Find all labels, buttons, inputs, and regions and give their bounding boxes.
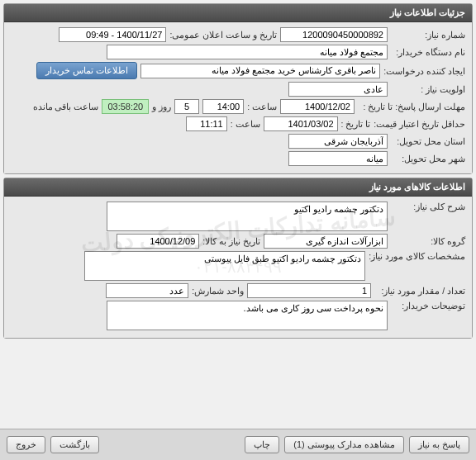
contact-info-button[interactable]: اطلاعات تماس خریدار (36, 62, 137, 79)
unit-label: واحد شمارش: (192, 286, 244, 296)
deadline-time-field[interactable] (202, 99, 244, 114)
buyer-label: نام دستگاه خریدار: (391, 47, 465, 57)
goods-header: اطلاعات کالاهای مورد نیاز (4, 178, 472, 197)
days-label: روز و (152, 102, 171, 111)
need-details-header: جزئیات اطلاعات نیاز (4, 4, 472, 22)
exit-button[interactable]: خروج (7, 436, 45, 453)
group-label: گروه کالا: (391, 236, 465, 246)
city-label: شهر محل تحویل: (391, 154, 465, 164)
goods-body: شرح کلی نیاز: گروه کالا: تاریخ نیاز به ک… (4, 197, 472, 338)
days-remaining-field[interactable] (174, 99, 199, 114)
goods-panel: اطلاعات کالاهای مورد نیاز شرح کلی نیاز: … (3, 178, 473, 339)
spec-label: مشخصات کالای مورد نیاز: (369, 251, 465, 261)
buyer-field[interactable] (107, 45, 388, 59)
need-details-body: شماره نیاز: تاریخ و ساعت اعلان عمومی: نا… (4, 22, 472, 173)
respond-button[interactable]: پاسخ به نیاز (409, 436, 469, 453)
qty-label: تعداد / مقدار مورد نیاز: (374, 286, 465, 296)
validity-to-label: تا تاریخ : (341, 119, 371, 129)
validity-time-field[interactable] (186, 116, 227, 131)
deadline-date-field[interactable] (280, 99, 355, 114)
print-button[interactable]: چاپ (245, 436, 279, 453)
footer-bar: پاسخ به نیاز مشاهده مدارک پیوستی (1) چاپ… (0, 429, 476, 460)
desc-field[interactable] (107, 202, 388, 231)
priority-field[interactable] (288, 82, 388, 97)
priority-label: اولویت نیاز : (391, 84, 465, 94)
time-remaining-badge: 03:58:20 (102, 99, 149, 114)
validity-time-label: ساعت : (231, 119, 260, 129)
need-details-panel: جزئیات اطلاعات نیاز شماره نیاز: تاریخ و … (3, 3, 473, 174)
city-field[interactable] (288, 151, 388, 166)
attachments-button[interactable]: مشاهده مدارک پیوستی (1) (284, 436, 404, 453)
province-field[interactable] (288, 134, 388, 149)
group-field[interactable] (264, 234, 388, 249)
province-label: استان محل تحویل: (391, 136, 465, 146)
announce-label: تاریخ و ساعت اعلان عمومی: (169, 30, 277, 40)
remaining-label: ساعت باقی مانده (33, 102, 99, 111)
validity-label: حداقل تاریخ اعتبار قیمت: (374, 119, 465, 129)
buyer-notes-field[interactable] (107, 301, 388, 330)
deadline-time-label: ساعت : (247, 102, 277, 111)
need-number-field[interactable] (280, 27, 388, 42)
need-date-label: تاریخ نیاز به کالا: (202, 236, 260, 246)
announce-field[interactable] (59, 27, 166, 42)
desc-label: شرح کلی نیاز: (391, 202, 465, 211)
back-button[interactable]: بازگشت (50, 436, 99, 453)
need-number-label: شماره نیاز: (391, 30, 465, 40)
requester-field[interactable] (140, 64, 380, 78)
buyer-notes-label: توضیحات خریدار: (391, 301, 465, 311)
spec-field[interactable] (84, 251, 365, 281)
need-date-field[interactable] (117, 234, 199, 249)
validity-date-field[interactable] (264, 116, 338, 131)
qty-field[interactable] (247, 283, 371, 298)
unit-field[interactable] (106, 283, 188, 298)
deadline-label: مهلت ارسال پاسخ: تا تاریخ : (358, 102, 465, 111)
requester-label: ایجاد کننده درخواست: (383, 66, 465, 76)
